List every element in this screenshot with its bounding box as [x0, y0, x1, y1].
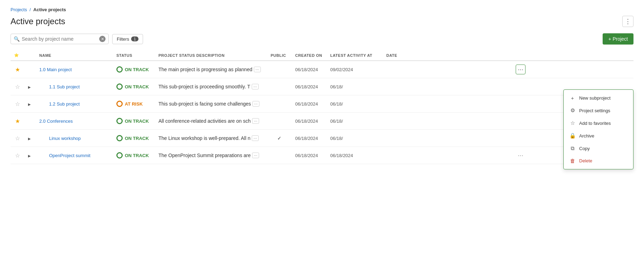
expand-cell[interactable]: ▶: [25, 130, 36, 147]
description-expand-icon[interactable]: ···: [252, 101, 259, 107]
project-name-link[interactable]: 1.2 Sub project: [49, 101, 80, 107]
latest-activity-cell: 06/18/: [327, 95, 383, 113]
expand-icon[interactable]: ▶: [28, 137, 31, 141]
clear-search-button[interactable]: ✕: [99, 36, 106, 42]
name-cell: 2.0 Conferences: [36, 113, 113, 130]
description-expand-icon[interactable]: ···: [252, 153, 259, 158]
description-text: The OpenProject Summit preparations are …: [158, 153, 259, 158]
public-cell: [267, 147, 292, 164]
expand-icon[interactable]: ▶: [28, 85, 31, 89]
page-title: Active projects: [11, 16, 65, 26]
row-menu-button[interactable]: [516, 99, 526, 109]
expand-icon[interactable]: ▶: [28, 154, 31, 158]
status-cell: ON TRACK: [113, 147, 155, 164]
star-icon[interactable]: ☆: [15, 101, 20, 107]
table-row: ☆ ▶ 1.1 Sub project ON TRACK This sub-pr…: [11, 78, 633, 95]
breadcrumb: Projects / Active projects: [11, 7, 633, 12]
status-text: ON TRACK: [125, 136, 149, 141]
status-text: ON TRACK: [125, 153, 149, 158]
archive-icon: 🔒: [569, 133, 576, 139]
star-cell[interactable]: ★: [11, 113, 25, 130]
table-row: ★ 2.0 Conferences ON TRACK All conferenc…: [11, 113, 633, 130]
project-name-link[interactable]: Linux workshop: [49, 136, 81, 141]
star-cell[interactable]: ☆: [11, 95, 25, 113]
status-circle: [116, 152, 123, 159]
star-icon[interactable]: ☆: [15, 135, 20, 141]
star-cell[interactable]: ☆: [11, 78, 25, 95]
add-project-button[interactable]: + Project: [603, 33, 633, 45]
col-header-activity: LATEST ACTIVITY AT: [327, 50, 383, 61]
expand-cell[interactable]: ▶: [25, 95, 36, 113]
status-cell: ON TRACK: [113, 61, 155, 78]
context-menu-project-settings[interactable]: ⚙ Project settings: [564, 104, 633, 117]
date-cell: [383, 95, 512, 113]
expand-cell[interactable]: ▶: [25, 147, 36, 164]
star-icon[interactable]: ☆: [15, 84, 20, 90]
filters-button[interactable]: Filters 1: [112, 34, 143, 44]
status-cell: AT RISK: [113, 95, 155, 113]
description-expand-icon[interactable]: ···: [254, 67, 261, 72]
col-header-actions: [512, 50, 633, 61]
description-cell: The main project is progressing as plann…: [155, 61, 267, 78]
search-icon: 🔍: [14, 36, 20, 42]
context-menu-delete[interactable]: 🗑 Delete: [564, 155, 633, 167]
description-expand-icon[interactable]: ···: [252, 135, 259, 141]
status-text: ON TRACK: [125, 84, 149, 89]
col-header-created: CREATED ON: [292, 50, 327, 61]
table-row: ☆ ▶ Linux workshop ON TRACK The Linux wo…: [11, 130, 633, 147]
row-menu-button[interactable]: [516, 116, 526, 126]
star-icon[interactable]: ★: [15, 67, 20, 73]
col-header-public: PUBLIC: [267, 50, 292, 61]
col-header-description: PROJECT STATUS DESCRIPTION: [155, 50, 267, 61]
public-cell: [267, 61, 292, 78]
toolbar: 🔍 ✕ Filters 1 + Project: [11, 33, 633, 45]
project-name-link[interactable]: 2.0 Conferences: [39, 119, 73, 124]
projects-table: ⭐ NAME STATUS PROJECT STATUS DESCRIPTION…: [11, 50, 633, 164]
context-menu-archive[interactable]: 🔒 Archive: [564, 129, 633, 142]
expand-cell[interactable]: ▶: [25, 78, 36, 95]
row-menu-button[interactable]: ⋯: [516, 150, 526, 160]
expand-icon[interactable]: ▶: [28, 102, 31, 106]
star-icon[interactable]: ☆: [15, 153, 20, 159]
date-cell: [383, 130, 512, 147]
description-expand-icon[interactable]: ···: [252, 84, 259, 89]
project-name-link[interactable]: 1.1 Sub project: [49, 84, 80, 89]
description-text: This sub-project is proceeding smoothly.…: [158, 84, 259, 89]
public-cell: ✓: [267, 130, 292, 147]
description-cell: The OpenProject Summit preparations are …: [155, 147, 267, 164]
context-menu-new-subproject[interactable]: + New subproject: [564, 92, 633, 104]
context-menu-copy[interactable]: ⧉ Copy: [564, 142, 633, 155]
search-input[interactable]: [22, 36, 99, 42]
status-circle: [116, 83, 123, 90]
star-cell[interactable]: ☆: [11, 147, 25, 164]
col-header-star: ⭐: [11, 50, 25, 61]
star-cell[interactable]: ☆: [11, 130, 25, 147]
col-header-name[interactable]: NAME: [36, 50, 113, 61]
breadcrumb-parent[interactable]: Projects: [11, 7, 27, 12]
context-menu-add-to-favorites[interactable]: ☆ Add to favorites: [564, 117, 633, 129]
expand-cell[interactable]: [25, 113, 36, 130]
description-text: This sub-project is facing some challeng…: [158, 101, 259, 107]
latest-activity-cell: 09/02/2024: [327, 61, 383, 78]
row-menu-button[interactable]: ⋯: [516, 65, 526, 74]
description-text: The Linux workshop is well-prepared. All…: [158, 135, 259, 141]
created-on-cell: 06/18/2024: [292, 130, 327, 147]
archive-label: Archive: [579, 133, 594, 139]
name-cell: Linux workshop: [36, 130, 113, 147]
page-options-button[interactable]: ⋮: [622, 16, 633, 27]
row-menu-button[interactable]: [516, 82, 526, 92]
row-menu-button[interactable]: [516, 133, 526, 143]
project-name-link[interactable]: 1.0 Main project: [39, 67, 72, 72]
table-row: ☆ ▶ 1.2 Sub project AT RISK This sub-pro…: [11, 95, 633, 113]
date-cell: [383, 61, 512, 78]
projects-table-container: ⭐ NAME STATUS PROJECT STATUS DESCRIPTION…: [11, 50, 633, 164]
public-check-icon: ✓: [277, 135, 282, 141]
expand-cell[interactable]: [25, 61, 36, 78]
delete-label: Delete: [579, 158, 592, 163]
public-cell: [267, 78, 292, 95]
created-on-cell: 06/18/2024: [292, 95, 327, 113]
star-cell[interactable]: ★: [11, 61, 25, 78]
description-expand-icon[interactable]: ···: [252, 118, 259, 124]
star-icon[interactable]: ★: [15, 118, 20, 124]
project-name-link[interactable]: OpenProject summit: [49, 153, 90, 158]
